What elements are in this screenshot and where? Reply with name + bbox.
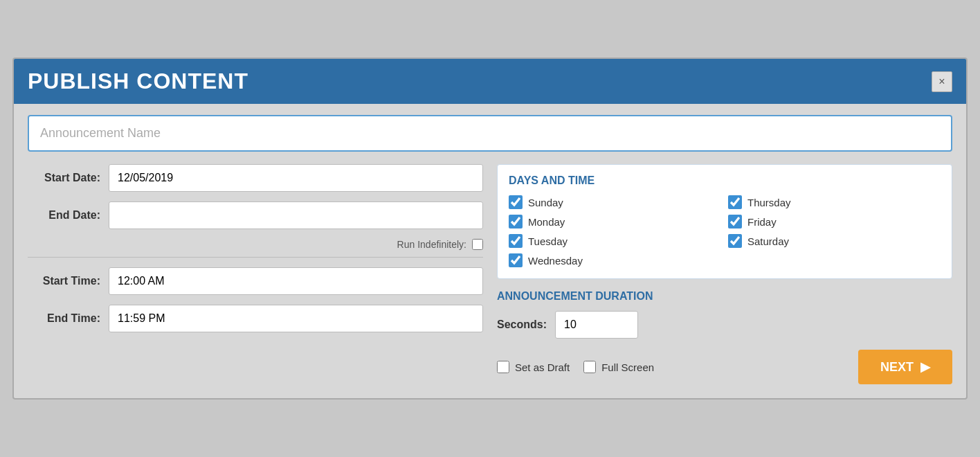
seconds-input[interactable]	[555, 311, 638, 339]
sunday-label: Sunday	[528, 197, 563, 208]
set-as-draft-label: Set as Draft	[515, 361, 570, 373]
publish-content-modal: PUBLISH CONTENT × Start Date: End Date:	[12, 57, 968, 400]
start-date-input[interactable]	[109, 164, 483, 192]
seconds-label: Seconds:	[497, 319, 547, 331]
checkboxes-row: Set as Draft Full Screen	[497, 361, 654, 373]
run-indefinitely-row: Run Indefinitely:	[28, 239, 483, 250]
end-time-input[interactable]	[109, 305, 483, 332]
announcement-duration-section: ANNOUNCEMENT DURATION Seconds: Set as Dr…	[497, 290, 952, 384]
start-date-row: Start Date:	[28, 164, 483, 192]
close-button[interactable]: ×	[932, 71, 952, 92]
start-time-label: Start Time:	[28, 275, 100, 287]
friday-checkbox[interactable]	[728, 215, 742, 228]
bottom-row: Set as Draft Full Screen NEXT ▶	[497, 350, 952, 384]
end-time-label: End Time:	[28, 312, 100, 325]
seconds-row: Seconds:	[497, 311, 952, 339]
day-item-tuesday: Tuesday	[509, 234, 721, 248]
left-column: Start Date: End Date: Run Indefinitely: …	[28, 164, 483, 384]
full-screen-item: Full Screen	[583, 361, 654, 373]
start-date-label: Start Date:	[28, 172, 100, 184]
thursday-checkbox[interactable]	[728, 195, 742, 209]
start-time-row: Start Time:	[28, 267, 483, 295]
modal-title: PUBLISH CONTENT	[28, 69, 248, 94]
full-screen-checkbox[interactable]	[583, 361, 596, 373]
wednesday-label: Wednesday	[528, 255, 583, 267]
run-indefinitely-label: Run Indefinitely:	[397, 239, 466, 250]
end-date-input[interactable]	[109, 201, 483, 229]
wednesday-checkbox[interactable]	[509, 253, 523, 267]
set-as-draft-checkbox[interactable]	[497, 361, 509, 373]
announcement-duration-title: ANNOUNCEMENT DURATION	[497, 290, 952, 303]
sunday-checkbox[interactable]	[509, 195, 523, 209]
next-arrow-icon: ▶	[920, 359, 930, 375]
end-time-row: End Time:	[28, 305, 483, 332]
saturday-label: Saturday	[747, 235, 789, 247]
next-button-label: NEXT	[880, 360, 914, 375]
days-and-time-title: DAYS AND TIME	[509, 174, 941, 187]
right-column: DAYS AND TIME Sunday Thursday	[497, 164, 952, 384]
saturday-checkbox[interactable]	[728, 234, 742, 248]
full-screen-label: Full Screen	[601, 361, 654, 373]
day-item-thursday: Thursday	[728, 195, 941, 209]
modal-header: PUBLISH CONTENT ×	[14, 59, 966, 104]
days-and-time-box: DAYS AND TIME Sunday Thursday	[497, 164, 952, 279]
tuesday-checkbox[interactable]	[509, 234, 523, 248]
start-time-input[interactable]	[109, 267, 483, 295]
monday-checkbox[interactable]	[509, 215, 523, 228]
next-button[interactable]: NEXT ▶	[858, 350, 952, 384]
announcement-name-input[interactable]	[28, 115, 952, 152]
divider	[28, 257, 483, 258]
modal-body: Start Date: End Date: Run Indefinitely: …	[14, 104, 966, 398]
friday-label: Friday	[747, 216, 777, 228]
monday-label: Monday	[528, 216, 565, 228]
day-item-sunday: Sunday	[509, 195, 721, 209]
thursday-label: Thursday	[747, 197, 791, 208]
day-item-friday: Friday	[728, 215, 941, 228]
end-date-label: End Date:	[28, 209, 100, 222]
day-item-saturday: Saturday	[728, 234, 941, 248]
day-item-wednesday: Wednesday	[509, 253, 721, 267]
day-item-monday: Monday	[509, 215, 721, 228]
run-indefinitely-checkbox[interactable]	[472, 239, 483, 250]
tuesday-label: Tuesday	[528, 235, 568, 247]
set-as-draft-item: Set as Draft	[497, 361, 570, 373]
days-grid: Sunday Thursday Monday	[509, 195, 941, 267]
form-grid: Start Date: End Date: Run Indefinitely: …	[28, 164, 952, 384]
end-date-row: End Date:	[28, 201, 483, 229]
